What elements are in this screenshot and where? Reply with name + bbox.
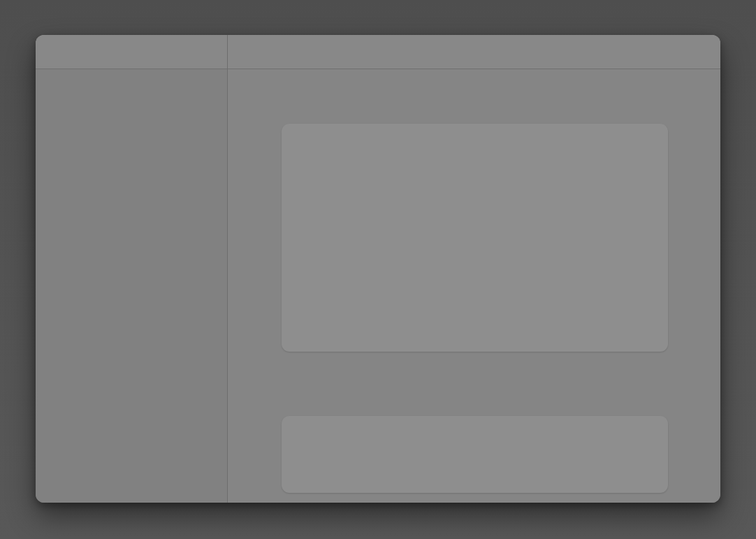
switching-options-card bbox=[282, 416, 668, 493]
sidebar-headerbar bbox=[36, 35, 227, 69]
input-sources-card bbox=[282, 124, 668, 352]
main-titlebar bbox=[228, 35, 720, 69]
settings-window bbox=[36, 35, 720, 503]
sidebar bbox=[36, 35, 228, 503]
dimmed-desktop-backdrop bbox=[0, 0, 756, 539]
search-button[interactable] bbox=[43, 41, 64, 62]
primary-menu-button[interactable] bbox=[201, 41, 221, 62]
keyboard-settings-pane bbox=[228, 35, 720, 503]
